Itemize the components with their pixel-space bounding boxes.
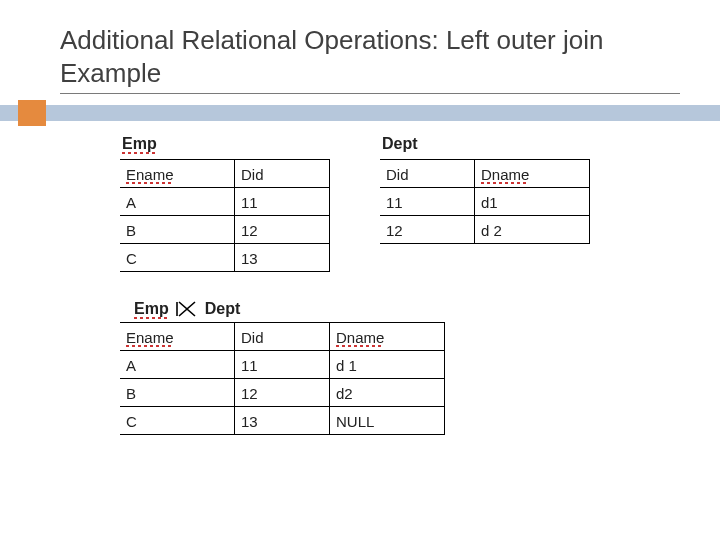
result-label: Emp Dept (134, 300, 445, 318)
dept-header-did: Did (380, 160, 475, 188)
table-row: C13 (120, 244, 330, 272)
decorative-bar (0, 105, 720, 121)
dept-table: Did Dname 11d1 12d 2 (380, 159, 590, 244)
table-row: A11d 1 (120, 351, 445, 379)
table-row: 12d 2 (380, 216, 590, 244)
dept-label: Dept (382, 135, 590, 153)
emp-header-ename: Ename (126, 166, 174, 183)
result-table-block: Emp Dept Ename Did Dname A11d 1 B12d2 C1… (120, 300, 445, 435)
emp-label: Emp (122, 135, 330, 153)
result-header-did: Did (235, 323, 330, 351)
table-row: A11 (120, 188, 330, 216)
accent-square (18, 100, 46, 126)
table-row: B12 (120, 216, 330, 244)
emp-table-block: Emp Ename Did A11 B12 C13 (120, 135, 330, 272)
emp-table: Ename Did A11 B12 C13 (120, 159, 330, 272)
emp-header-did: Did (235, 160, 330, 188)
dept-header-dname: Dname (481, 166, 529, 183)
slide-title: Additional Relational Operations: Left o… (60, 24, 680, 94)
result-table: Ename Did Dname A11d 1 B12d2 C13NULL (120, 322, 445, 435)
result-header-ename: Ename (126, 329, 174, 346)
table-row: 11d1 (380, 188, 590, 216)
result-header-dname: Dname (336, 329, 384, 346)
table-row: C13NULL (120, 407, 445, 435)
table-row: B12d2 (120, 379, 445, 407)
left-outer-join-icon (175, 300, 199, 318)
dept-table-block: Dept Did Dname 11d1 12d 2 (380, 135, 590, 244)
